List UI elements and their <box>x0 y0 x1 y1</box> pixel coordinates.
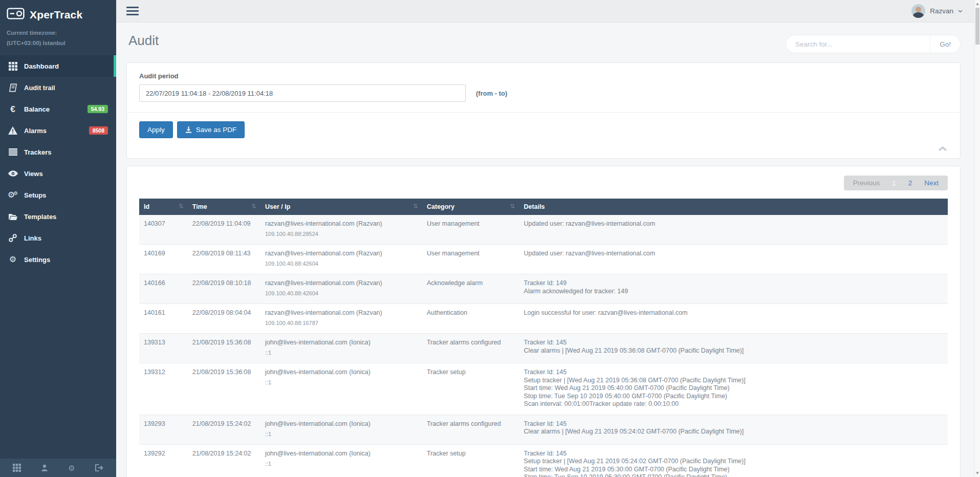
cell-user-ip: john@lives-international.com (Ionica)::1 <box>260 363 422 415</box>
cell-details: Tracker Id: 145Clear alarms | [Wed Aug 2… <box>519 415 948 444</box>
euro-icon: € <box>7 104 18 114</box>
sidebar-badge: 54.93 <box>88 105 108 113</box>
save-as-pdf-button[interactable]: Save as PDF <box>177 121 245 138</box>
sidebar-item-links[interactable]: Links <box>0 227 116 249</box>
cell-time: 21/08/2019 15:24:02 <box>188 415 260 444</box>
user-icon[interactable] <box>40 464 49 472</box>
search-go-button[interactable]: Go! <box>930 35 960 53</box>
cell-user-ip: razvan@lives-international.com (Razvan)1… <box>260 245 422 274</box>
topbar: Razvan <box>116 0 980 23</box>
pagination-page-1[interactable]: 1 <box>886 178 902 188</box>
cell-details: Tracker Id: 145Setup tracker | [Wed Aug … <box>519 444 948 477</box>
from-to-hint: (from - to) <box>476 90 507 97</box>
table-row: 139313 21/08/2019 15:36:08 john@lives-in… <box>139 334 948 363</box>
app-logo: XperTrack <box>0 0 116 26</box>
column-header-user-ip[interactable]: User / Ip⇅ <box>260 199 422 215</box>
menu-toggle-icon[interactable] <box>126 5 139 17</box>
sidebar-item-audit-trail[interactable]: Audit trail <box>0 77 116 98</box>
column-header-time[interactable]: Time⇅ <box>188 199 260 215</box>
cell-user-ip: john@lives-international.com (Ionica)::1 <box>260 334 422 363</box>
pagination-page-2[interactable]: 2 <box>902 178 919 188</box>
cell-time: 22/08/2019 08:10:18 <box>188 274 260 304</box>
scroll-down-arrow-icon[interactable] <box>976 472 979 474</box>
apply-button-label: Apply <box>147 126 165 134</box>
pagination-previous[interactable]: Previous <box>847 178 886 188</box>
cell-details: Tracker Id: 145Setup tracker | [Wed Aug … <box>519 363 948 415</box>
pagination-next[interactable]: Next <box>918 178 945 188</box>
eye-icon <box>7 168 18 179</box>
scrollbar-thumb[interactable] <box>975 8 979 45</box>
cell-user-ip: john@lives-international.com (Ionica)::1 <box>260 415 422 444</box>
cell-user-ip: razvan@lives-international.com (Razvan)1… <box>260 215 422 245</box>
cell-category: User management <box>422 245 519 274</box>
cell-id: 139293 <box>139 415 188 444</box>
table-header-row: Id⇅ Time⇅ User / Ip⇅ Category⇅ Details <box>139 199 948 215</box>
cell-time: 21/08/2019 15:24:02 <box>188 444 260 477</box>
table-row: 139293 21/08/2019 15:24:02 john@lives-in… <box>139 415 948 444</box>
sidebar-item-settings[interactable]: ⚙ Settings <box>0 249 116 270</box>
sidebar-item-templates[interactable]: Templates <box>0 206 116 227</box>
timezone-label: Current timezone: <box>7 28 110 38</box>
cell-id: 140169 <box>139 245 188 274</box>
list-icon <box>7 147 18 157</box>
search-input[interactable] <box>786 40 930 48</box>
chevron-down-icon <box>958 10 963 13</box>
app-title: XperTrack <box>30 9 82 21</box>
audit-period-panel: Audit period (from - to) Apply Save as P… <box>126 62 961 159</box>
sort-icon[interactable]: ⇅ <box>251 203 256 210</box>
sidebar-item-setups[interactable]: ⚙⚙ Setups <box>0 184 116 206</box>
audit-table: Id⇅ Time⇅ User / Ip⇅ Category⇅ Details 1… <box>139 199 948 477</box>
gear-icon[interactable]: ⚙ <box>68 464 75 472</box>
table-row: 139292 21/08/2019 15:24:02 john@lives-in… <box>139 444 948 477</box>
grid-icon[interactable] <box>13 464 21 472</box>
apply-button[interactable]: Apply <box>139 121 173 138</box>
gears-icon: ⚙⚙ <box>7 190 18 200</box>
sort-icon[interactable]: ⇅ <box>413 203 418 210</box>
audit-table-panel: Previous 1 2 Next Id⇅ Time⇅ User / Ip⇅ C… <box>126 166 961 477</box>
cell-time: 22/08/2019 08:04:04 <box>188 304 260 334</box>
sort-icon[interactable]: ⇅ <box>510 203 515 210</box>
cell-details: Tracker Id: 145Clear alarms | [Wed Aug 2… <box>519 334 948 363</box>
cell-category: Tracker setup <box>422 363 519 415</box>
audit-period-label: Audit period <box>139 72 948 80</box>
sort-icon[interactable]: ⇅ <box>179 203 184 210</box>
sidebar-item-views[interactable]: Views <box>0 163 116 184</box>
main-area: Razvan Audit Go! Audit period (from - to… <box>116 0 980 477</box>
vertical-scrollbar[interactable] <box>974 0 980 477</box>
cell-id: 139313 <box>139 334 188 363</box>
gear-icon: ⚙ <box>7 254 18 265</box>
download-icon <box>185 126 192 133</box>
collapse-panel-chevron-up-icon[interactable] <box>939 146 947 151</box>
switch-logo-icon <box>7 8 25 21</box>
user-menu[interactable]: Razvan <box>911 4 963 18</box>
cell-id: 139312 <box>139 363 188 415</box>
table-row: 139312 21/08/2019 15:36:08 john@lives-in… <box>139 363 948 415</box>
cell-category: User management <box>422 215 519 245</box>
sidebar-item-dashboard[interactable]: Dashboard <box>0 55 116 77</box>
table-row: 140169 22/08/2019 08:11:43 razvan@lives-… <box>139 245 948 274</box>
cell-id: 139292 <box>139 444 188 477</box>
sidebar-item-alarms[interactable]: Alarms 8508 <box>0 120 116 141</box>
cell-user-ip: razvan@lives-international.com (Razvan)1… <box>260 274 422 304</box>
cell-id: 140166 <box>139 274 188 304</box>
scroll-up-arrow-icon[interactable] <box>976 3 979 5</box>
page-title: Audit <box>126 33 159 49</box>
warning-icon <box>7 125 18 136</box>
column-header-details[interactable]: Details <box>519 199 948 215</box>
cell-id: 140161 <box>139 304 188 334</box>
column-header-id[interactable]: Id⇅ <box>139 199 188 215</box>
grid-icon <box>7 61 18 71</box>
search-bar: Go! <box>786 35 961 53</box>
date-range-input[interactable] <box>139 84 466 102</box>
table-row: 140166 22/08/2019 08:10:18 razvan@lives-… <box>139 274 948 304</box>
timezone-value: (UTC+03:00) Istanbul <box>7 38 110 48</box>
table-row: 140307 22/08/2019 11:04:09 razvan@lives-… <box>139 215 948 245</box>
avatar[interactable] <box>911 4 925 18</box>
timezone-info: Current timezone: (UTC+03:00) Istanbul <box>0 26 116 55</box>
sidebar-item-balance[interactable]: € Balance 54.93 <box>0 98 116 120</box>
sidebar-item-trackers[interactable]: Trackers <box>0 141 116 163</box>
cell-time: 22/08/2019 11:04:09 <box>188 215 260 245</box>
sign-out-icon[interactable] <box>95 464 103 472</box>
column-header-category[interactable]: Category⇅ <box>422 199 519 215</box>
user-name: Razvan <box>930 7 953 15</box>
